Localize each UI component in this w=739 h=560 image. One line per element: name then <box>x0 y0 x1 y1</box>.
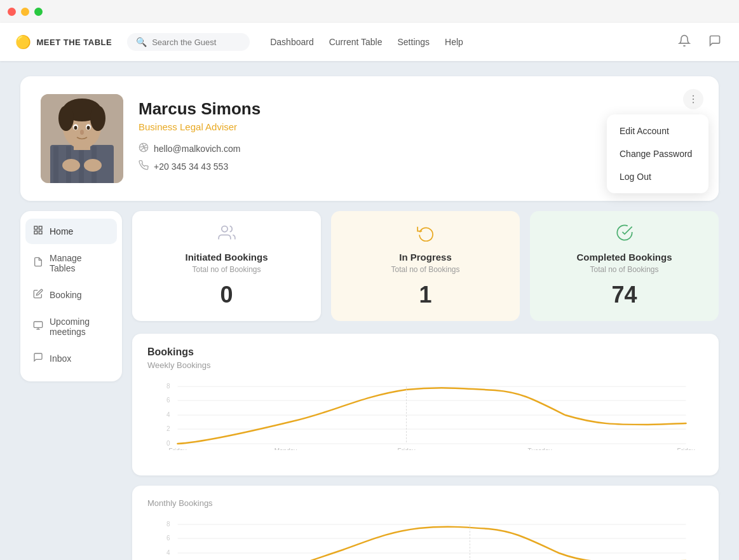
nav-link-current-table[interactable]: Current Table <box>329 37 383 47</box>
bookings-title: Bookings <box>147 346 703 358</box>
booking-icon <box>33 289 43 301</box>
dropdown-item-log-out[interactable]: Log Out <box>607 165 708 188</box>
sidebar-item-home[interactable]: Home <box>25 219 117 244</box>
svg-text:2: 2 <box>166 425 170 432</box>
svg-point-10 <box>90 106 105 131</box>
svg-text:6: 6 <box>166 397 170 404</box>
dropdown-menu: Edit Account Change Password Log Out <box>607 114 708 193</box>
stat-in-progress: In Progress Total no of Bookings 1 <box>331 211 520 321</box>
completed-bookings-icon <box>616 224 634 245</box>
dashboard-main: Initiated Bookings Total no of Bookings … <box>132 211 719 560</box>
search-bar[interactable]: 🔍 <box>127 33 250 51</box>
in-progress-icon <box>417 224 435 245</box>
svg-point-29 <box>221 226 227 232</box>
svg-text:Monday: Monday <box>275 447 297 450</box>
avatar <box>41 94 123 183</box>
search-icon: 🔍 <box>136 37 147 47</box>
in-progress-sublabel: Total no of Bookings <box>391 265 459 274</box>
svg-text:Friday: Friday <box>677 447 695 450</box>
svg-text:4: 4 <box>166 549 170 556</box>
svg-rect-26 <box>34 322 42 327</box>
sidebar-label-inbox: Inbox <box>50 353 71 364</box>
svg-point-9 <box>58 106 74 131</box>
sidebar-label-manage-tables: Manage Tables <box>50 253 109 273</box>
phone-icon <box>139 160 149 173</box>
sidebar-label-home: Home <box>50 226 73 236</box>
svg-rect-22 <box>34 226 37 229</box>
stat-completed-bookings: Completed Bookings Total no of Bookings … <box>530 211 719 321</box>
monthly-chart-title: Monthly Bookings <box>147 498 703 508</box>
initiated-bookings-label: Initiated Bookings <box>185 252 268 263</box>
svg-text:0: 0 <box>166 440 170 447</box>
dropdown-item-edit-account[interactable]: Edit Account <box>607 120 708 142</box>
phone-text: +20 345 34 43 553 <box>154 161 228 172</box>
titlebar <box>0 0 739 23</box>
dropdown-item-change-password[interactable]: Change Password <box>607 142 708 165</box>
maximize-button[interactable] <box>34 8 43 16</box>
sidebar-item-upcoming-meetings[interactable]: Upcoming meetings <box>25 310 117 343</box>
svg-rect-2 <box>53 146 58 183</box>
navbar: 🟡 MEET THE TABLE 🔍 Dashboard Current Tab… <box>0 23 739 61</box>
home-icon <box>33 225 43 238</box>
svg-point-16 <box>62 159 80 172</box>
svg-text:Friday: Friday <box>398 447 416 450</box>
monthly-chart-svg: 8 6 4 2 0 Jan Dec Mar Apr M <box>147 518 703 560</box>
manage-tables-icon <box>33 257 43 270</box>
weekly-chart-container: 8 6 4 2 0 Friday Monday Friday Tuesday <box>147 380 703 463</box>
initiated-bookings-value: 0 <box>220 282 233 308</box>
stat-initiated-bookings: Initiated Bookings Total no of Bookings … <box>132 211 321 321</box>
svg-point-14 <box>87 126 90 130</box>
sidebar: Home Manage Tables Booki <box>20 211 122 381</box>
dashboard-area: Home Manage Tables Booki <box>20 211 719 560</box>
search-input[interactable] <box>152 38 241 47</box>
sidebar-label-booking: Booking <box>50 290 82 300</box>
svg-point-20 <box>693 99 694 100</box>
nav-link-settings[interactable]: Settings <box>398 37 430 47</box>
stats-row: Initiated Bookings Total no of Bookings … <box>132 211 719 321</box>
weekly-chart-title: Weekly Bookings <box>147 360 703 370</box>
svg-text:Tuesday: Tuesday <box>528 447 552 450</box>
profile-card: Marcus Simons Business Legal Adviser hel… <box>20 76 719 201</box>
logo-text: MEET THE TABLE <box>37 38 112 47</box>
weekly-chart-svg: 8 6 4 2 0 Friday Monday Friday Tuesday <box>147 380 703 450</box>
notification-button[interactable] <box>675 32 693 53</box>
initiated-bookings-icon <box>218 224 236 245</box>
upcoming-meetings-icon <box>33 320 43 333</box>
email-text: hello@malkovich.com <box>154 144 240 154</box>
svg-text:8: 8 <box>166 383 170 390</box>
in-progress-label: In Progress <box>399 252 452 263</box>
in-progress-value: 1 <box>419 282 431 308</box>
nav-link-help[interactable]: Help <box>445 37 463 47</box>
nav-links: Dashboard Current Table Settings Help <box>270 37 463 47</box>
sidebar-item-inbox[interactable]: Inbox <box>25 346 117 371</box>
completed-bookings-sublabel: Total no of Bookings <box>590 265 658 274</box>
svg-point-17 <box>84 159 102 172</box>
sidebar-label-upcoming-meetings: Upcoming meetings <box>50 317 109 337</box>
monthly-section: Monthly Bookings 8 6 4 2 0 <box>132 486 719 560</box>
completed-bookings-label: Completed Bookings <box>576 252 672 263</box>
completed-bookings-value: 74 <box>611 282 637 308</box>
svg-point-15 <box>80 130 84 135</box>
sidebar-item-booking[interactable]: Booking <box>25 282 117 308</box>
email-icon <box>139 142 149 155</box>
svg-point-19 <box>693 95 694 97</box>
more-button[interactable] <box>683 89 703 109</box>
monthly-chart-container: 8 6 4 2 0 Jan Dec Mar Apr M <box>147 518 703 560</box>
main-content: Marcus Simons Business Legal Adviser hel… <box>0 61 739 560</box>
svg-text:6: 6 <box>166 535 170 542</box>
close-button[interactable] <box>8 8 16 16</box>
svg-point-21 <box>693 102 694 103</box>
nav-link-dashboard[interactable]: Dashboard <box>270 37 314 47</box>
svg-rect-24 <box>39 231 42 234</box>
svg-text:4: 4 <box>166 411 170 418</box>
svg-text:8: 8 <box>166 521 170 528</box>
svg-rect-23 <box>39 226 42 229</box>
initiated-bookings-sublabel: Total no of Bookings <box>192 265 261 274</box>
minimize-button[interactable] <box>21 8 29 16</box>
messages-button[interactable] <box>706 32 724 53</box>
logo: 🟡 MEET THE TABLE <box>15 34 112 50</box>
bookings-section: Bookings Weekly Bookings 8 6 4 <box>132 334 719 475</box>
logo-icon: 🟡 <box>15 34 32 50</box>
sidebar-item-manage-tables[interactable]: Manage Tables <box>25 247 117 280</box>
inbox-icon <box>33 352 43 365</box>
